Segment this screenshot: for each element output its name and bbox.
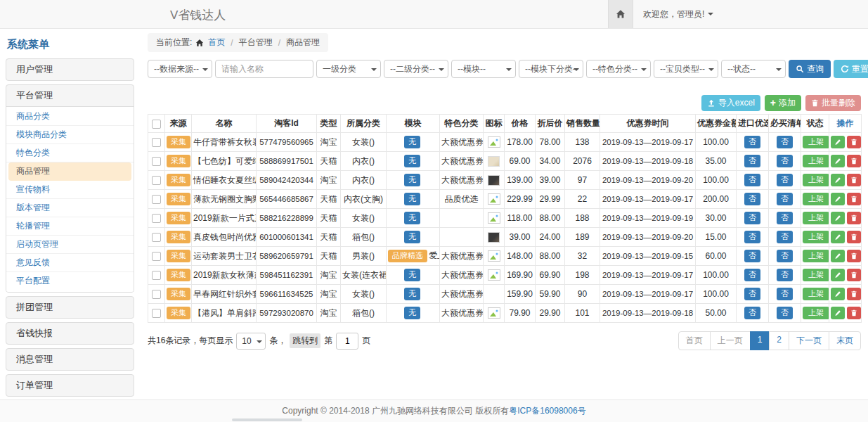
delete-button[interactable] (847, 136, 861, 148)
import-select-toggle[interactable]: 否 (744, 231, 760, 243)
edit-button[interactable] (831, 231, 845, 243)
sidebar-item[interactable]: 宣传物料 (6, 181, 134, 199)
import-select-toggle[interactable]: 否 (744, 136, 760, 148)
must-buy-toggle[interactable]: 否 (777, 155, 793, 167)
status-toggle[interactable]: 上架 (803, 288, 829, 300)
import-select-toggle[interactable]: 否 (744, 174, 760, 186)
edit-button[interactable] (831, 269, 845, 281)
icp-link[interactable]: 粤ICP备16098006号 (509, 405, 585, 417)
per-page-select[interactable]: 10 (236, 333, 266, 350)
sidebar-panel-header[interactable]: 平台管理 (6, 85, 134, 106)
import-select-toggle[interactable]: 否 (744, 307, 760, 319)
breadcrumb-home-link[interactable]: 首页 (208, 37, 225, 49)
sidebar-panel-header[interactable]: 用户管理 (6, 59, 134, 80)
delete-button[interactable] (847, 250, 861, 262)
row-checkbox[interactable] (152, 138, 161, 147)
must-buy-toggle[interactable]: 否 (777, 193, 793, 205)
row-checkbox[interactable] (152, 195, 161, 204)
filter-select[interactable]: --特色分类-- (586, 60, 651, 78)
delete-button[interactable] (847, 212, 861, 224)
status-toggle[interactable]: 上架 (803, 155, 829, 167)
home-button[interactable] (608, 0, 633, 28)
pager-button[interactable]: 上一页 (710, 331, 751, 350)
must-buy-toggle[interactable]: 否 (777, 250, 793, 262)
name-search-input[interactable] (215, 60, 313, 78)
delete-button[interactable] (847, 269, 861, 281)
row-checkbox[interactable] (152, 271, 161, 280)
filter-select[interactable]: --模块下分类-- (519, 60, 583, 78)
row-checkbox[interactable] (152, 252, 161, 261)
edit-button[interactable] (831, 307, 845, 319)
edit-button[interactable] (831, 193, 845, 205)
reset-button[interactable]: 重置 (834, 60, 868, 78)
horizontal-scrollbar-thumb[interactable] (232, 418, 302, 421)
select-all-checkbox[interactable] (152, 120, 161, 129)
filter-select[interactable]: --二级分类-- (384, 60, 448, 78)
pager-button[interactable]: 首页 (678, 331, 711, 350)
filter-select[interactable]: --模块-- (451, 60, 516, 78)
sidebar-panel-header[interactable]: 订单管理 (6, 375, 134, 396)
delete-button[interactable] (847, 231, 861, 243)
pager-button[interactable]: 2 (769, 331, 789, 350)
pager-button[interactable]: 1 (750, 331, 770, 350)
status-toggle[interactable]: 上架 (803, 136, 829, 148)
row-checkbox[interactable] (152, 214, 161, 223)
sidebar-item[interactable]: 商品分类 (6, 108, 134, 126)
sidebar-item[interactable]: 版本管理 (6, 199, 134, 217)
sidebar-item[interactable]: 特色分类 (6, 144, 134, 162)
sidebar-item[interactable]: 商品管理 (8, 162, 131, 181)
edit-button[interactable] (831, 288, 845, 300)
edit-button[interactable] (831, 136, 845, 148)
filter-select[interactable]: 一级分类 (316, 60, 381, 78)
sidebar-item[interactable]: 启动页管理 (6, 236, 134, 254)
add-button[interactable]: 添加 (765, 95, 801, 111)
import-select-toggle[interactable]: 否 (744, 193, 760, 205)
edit-button[interactable] (831, 250, 845, 262)
must-buy-toggle[interactable]: 否 (777, 288, 793, 300)
status-toggle[interactable]: 上架 (803, 250, 829, 262)
status-toggle[interactable]: 上架 (803, 307, 829, 319)
edit-button[interactable] (831, 212, 845, 224)
sidebar-item[interactable]: 意见反馈 (6, 254, 134, 272)
import-select-toggle[interactable]: 否 (744, 288, 760, 300)
row-checkbox[interactable] (152, 176, 161, 185)
row-checkbox[interactable] (152, 290, 161, 299)
sidebar-panel-header[interactable]: 消息管理 (6, 349, 134, 370)
row-checkbox[interactable] (152, 157, 161, 166)
must-buy-toggle[interactable]: 否 (777, 307, 793, 319)
pager-button[interactable]: 下一页 (789, 331, 829, 350)
must-buy-toggle[interactable]: 否 (777, 231, 793, 243)
row-checkbox[interactable] (152, 309, 161, 318)
sidebar-item[interactable]: 平台配置 (6, 272, 134, 290)
status-toggle[interactable]: 上架 (803, 231, 829, 243)
status-toggle[interactable]: 上架 (803, 269, 829, 281)
search-button[interactable]: 查询 (789, 60, 831, 78)
filter-select[interactable]: --数据来源-- (148, 60, 212, 78)
sidebar-panel-header[interactable]: 拼团管理 (6, 297, 134, 318)
import-select-toggle[interactable]: 否 (744, 250, 760, 262)
edit-button[interactable] (831, 174, 845, 186)
delete-button[interactable] (847, 174, 861, 186)
row-checkbox[interactable] (152, 233, 161, 242)
filter-select[interactable]: --宝贝类型-- (654, 60, 718, 78)
must-buy-toggle[interactable]: 否 (777, 269, 793, 281)
sidebar-panel-header[interactable]: 省钱快报 (6, 323, 134, 344)
delete-button[interactable] (847, 193, 861, 205)
user-menu[interactable]: 欢迎您，管理员! (643, 8, 713, 20)
pager-button[interactable]: 末页 (829, 331, 861, 350)
status-toggle[interactable]: 上架 (803, 212, 829, 224)
delete-button[interactable] (847, 307, 861, 319)
status-toggle[interactable]: 上架 (803, 174, 829, 186)
batch-delete-button[interactable]: 批量删除 (805, 95, 861, 111)
import-select-toggle[interactable]: 否 (744, 212, 760, 224)
must-buy-toggle[interactable]: 否 (777, 212, 793, 224)
filter-select[interactable]: --状态-- (721, 60, 786, 78)
import-excel-button[interactable]: 导入excel (701, 95, 760, 111)
sidebar-item[interactable]: 轮播管理 (6, 217, 134, 236)
must-buy-toggle[interactable]: 否 (777, 174, 793, 186)
delete-button[interactable] (847, 288, 861, 300)
import-select-toggle[interactable]: 否 (744, 269, 760, 281)
delete-button[interactable] (847, 155, 861, 167)
sidebar-item[interactable]: 模块商品分类 (6, 126, 134, 144)
must-buy-toggle[interactable]: 否 (777, 136, 793, 148)
